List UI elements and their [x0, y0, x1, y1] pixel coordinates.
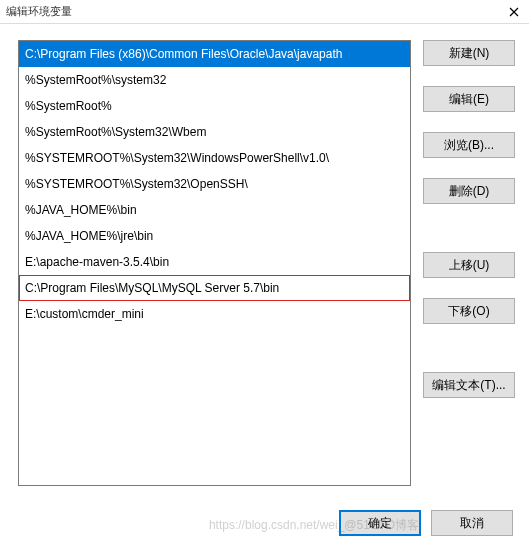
delete-button[interactable]: 删除(D): [423, 178, 515, 204]
close-icon: [509, 7, 519, 17]
list-item[interactable]: C:\Program Files (x86)\Common Files\Orac…: [19, 41, 410, 67]
list-item[interactable]: E:\apache-maven-3.5.4\bin: [19, 249, 410, 275]
titlebar: 编辑环境变量: [0, 0, 529, 24]
list-item[interactable]: E:\custom\cmder_mini: [19, 301, 410, 327]
browse-button[interactable]: 浏览(B)...: [423, 132, 515, 158]
dialog-content: C:\Program Files (x86)\Common Files\Orac…: [0, 24, 529, 494]
path-listbox[interactable]: C:\Program Files (x86)\Common Files\Orac…: [18, 40, 411, 486]
list-item[interactable]: %JAVA_HOME%\jre\bin: [19, 223, 410, 249]
close-button[interactable]: [505, 3, 523, 21]
list-item[interactable]: %SystemRoot%\System32\Wbem: [19, 119, 410, 145]
new-button[interactable]: 新建(N): [423, 40, 515, 66]
list-item[interactable]: %SYSTEMROOT%\System32\WindowsPowerShell\…: [19, 145, 410, 171]
cancel-button[interactable]: 取消: [431, 510, 513, 536]
moveup-button[interactable]: 上移(U): [423, 252, 515, 278]
list-item[interactable]: %SystemRoot%: [19, 93, 410, 119]
movedown-button[interactable]: 下移(O): [423, 298, 515, 324]
list-item[interactable]: C:\Program Files\MySQL\MySQL Server 5.7\…: [19, 275, 410, 301]
window-title: 编辑环境变量: [6, 4, 72, 19]
bottom-button-bar: 确定 取消: [339, 510, 513, 536]
list-item[interactable]: %SystemRoot%\system32: [19, 67, 410, 93]
ok-button[interactable]: 确定: [339, 510, 421, 536]
list-item[interactable]: %JAVA_HOME%\bin: [19, 197, 410, 223]
edit-button[interactable]: 编辑(E): [423, 86, 515, 112]
list-item[interactable]: %SYSTEMROOT%\System32\OpenSSH\: [19, 171, 410, 197]
edittext-button[interactable]: 编辑文本(T)...: [423, 372, 515, 398]
button-column: 新建(N) 编辑(E) 浏览(B)... 删除(D) 上移(U) 下移(O) 编…: [423, 40, 515, 486]
